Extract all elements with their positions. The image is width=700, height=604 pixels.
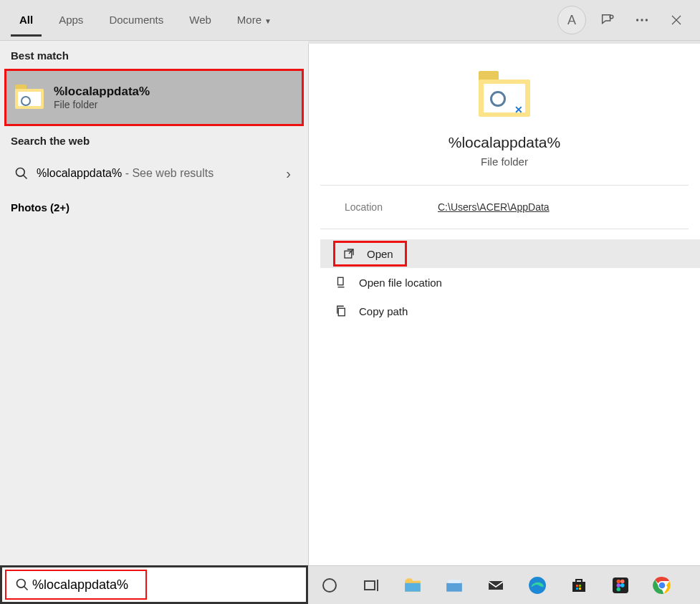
best-match-result[interactable]: %localappdata% File folder bbox=[6, 71, 302, 124]
svg-point-22 bbox=[620, 579, 625, 583]
search-tabs-bar: All Apps Documents Web More▼ A bbox=[0, 0, 700, 41]
svg-rect-19 bbox=[579, 588, 581, 590]
svg-rect-11 bbox=[405, 583, 421, 591]
section-search-web: Search the web bbox=[0, 126, 308, 154]
more-options-icon[interactable] bbox=[629, 7, 655, 33]
figma-icon[interactable] bbox=[609, 574, 632, 597]
action-open-label: Open bbox=[367, 248, 393, 260]
svg-rect-13 bbox=[448, 580, 460, 583]
svg-rect-10 bbox=[365, 581, 375, 590]
chrome-icon[interactable] bbox=[651, 574, 673, 597]
search-box[interactable] bbox=[0, 565, 308, 604]
svg-point-1 bbox=[636, 19, 638, 21]
open-icon bbox=[341, 247, 357, 260]
file-explorer-icon[interactable] bbox=[401, 574, 424, 597]
svg-rect-6 bbox=[338, 277, 344, 285]
search-icon bbox=[11, 166, 32, 181]
feedback-icon[interactable] bbox=[595, 7, 620, 33]
tab-documents[interactable]: Documents bbox=[100, 4, 172, 37]
svg-point-23 bbox=[617, 583, 621, 588]
tab-more[interactable]: More▼ bbox=[229, 4, 280, 37]
tab-apps[interactable]: Apps bbox=[50, 4, 92, 37]
folder-icon bbox=[15, 83, 44, 112]
best-match-subtitle: File folder bbox=[54, 99, 150, 110]
results-panel: Best match %localappdata% File folder Se… bbox=[0, 41, 308, 565]
best-match-title: %localappdata% bbox=[54, 85, 150, 99]
user-avatar[interactable]: A bbox=[557, 6, 586, 34]
keyboard-icon[interactable] bbox=[443, 574, 466, 597]
action-open-loc-label: Open file location bbox=[359, 277, 442, 289]
folder-icon-large: ✕ bbox=[479, 69, 530, 121]
svg-point-8 bbox=[17, 580, 26, 588]
taskbar bbox=[308, 565, 700, 604]
search-icon bbox=[12, 577, 32, 592]
preview-panel: ✕ %localappdata% File folder Location C:… bbox=[308, 44, 700, 565]
task-view-icon[interactable] bbox=[360, 574, 383, 597]
svg-rect-7 bbox=[338, 308, 345, 316]
mail-icon[interactable] bbox=[484, 574, 507, 597]
svg-point-2 bbox=[641, 19, 643, 21]
search-input[interactable] bbox=[32, 577, 140, 593]
preview-title: %localappdata% bbox=[449, 134, 560, 151]
store-icon[interactable] bbox=[567, 574, 590, 597]
action-copy-path-label: Copy path bbox=[359, 305, 408, 317]
svg-rect-18 bbox=[576, 588, 578, 590]
chevron-down-icon: ▼ bbox=[264, 17, 272, 25]
edge-icon[interactable] bbox=[526, 574, 549, 597]
svg-rect-16 bbox=[576, 585, 578, 587]
photos-result[interactable]: Photos (2+) bbox=[0, 193, 308, 222]
action-open-file-location[interactable]: Open file location bbox=[320, 268, 700, 297]
close-icon[interactable] bbox=[663, 7, 689, 33]
svg-point-25 bbox=[617, 587, 621, 591]
svg-point-21 bbox=[617, 579, 621, 583]
action-open[interactable]: Open bbox=[320, 239, 700, 268]
svg-point-9 bbox=[323, 579, 336, 592]
svg-point-4 bbox=[16, 168, 25, 177]
web-query: %localappdata% bbox=[37, 167, 122, 179]
tab-web[interactable]: Web bbox=[181, 4, 220, 37]
preview-subtitle: File folder bbox=[481, 155, 528, 168]
action-copy-path[interactable]: Copy path bbox=[320, 297, 700, 325]
copy-icon bbox=[333, 305, 349, 317]
svg-point-24 bbox=[620, 583, 625, 588]
location-label: Location bbox=[345, 201, 438, 213]
section-best-match: Best match bbox=[0, 41, 308, 69]
tab-all[interactable]: All bbox=[11, 4, 42, 37]
folder-open-icon bbox=[333, 276, 349, 289]
web-suffix: - See web results bbox=[122, 167, 214, 179]
chevron-right-icon: › bbox=[286, 166, 291, 182]
svg-rect-12 bbox=[446, 583, 462, 591]
cortana-icon[interactable] bbox=[318, 574, 341, 597]
svg-point-14 bbox=[529, 577, 546, 594]
svg-point-28 bbox=[659, 582, 666, 588]
web-search-result[interactable]: %localappdata% - See web results › bbox=[0, 154, 308, 193]
location-path[interactable]: C:\Users\ACER\AppData bbox=[438, 201, 550, 213]
svg-point-0 bbox=[610, 15, 613, 19]
svg-rect-17 bbox=[579, 585, 581, 587]
svg-point-3 bbox=[646, 19, 648, 21]
